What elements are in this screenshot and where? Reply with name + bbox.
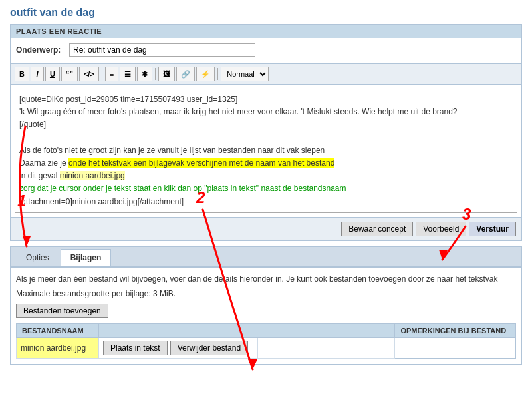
plaats-in-tekst-button[interactable]: Plaats in tekst	[103, 341, 168, 355]
content-line-6: Daarna zie je onde het tekstvak een bijl…	[19, 157, 513, 170]
editor-content[interactable]: [quote=DiKo post_id=29805 time=171550749…	[15, 89, 517, 213]
add-files-button[interactable]: Bestanden toevoegen	[16, 304, 108, 318]
reply-panel: PLAATS EEN REACTIE Onderwerp: B I U “” <…	[10, 24, 522, 241]
separator-3	[217, 68, 218, 80]
send-button[interactable]: Verstuur	[469, 222, 516, 236]
tab-opties[interactable]: Opties	[16, 249, 59, 266]
content-line-5: Als de foto's niet te groot zijn kan je …	[19, 144, 513, 157]
content-line-9: [attachment=0]minion aardbei.jpg[/attach…	[19, 196, 513, 208]
col-notes: OPMERKINGEN BIJ BESTAND	[395, 323, 516, 337]
link-button[interactable]: 🔗	[176, 67, 195, 81]
content-spacer	[19, 132, 513, 144]
content-line-1: [quote=DiKo post_id=29805 time=171550749…	[19, 93, 513, 106]
highlighted-text: onde het tekstvak een bijlagevak verschi…	[68, 158, 334, 168]
tab-bijlagen[interactable]: Bijlagen	[61, 249, 112, 266]
editor-footer: Bewaar concept Voorbeeld Verstuur	[11, 217, 521, 240]
panel-header: PLAATS EEN REACTIE	[11, 25, 521, 38]
content-line-8: zorg dat je cursor onder je tekst staat …	[19, 182, 513, 195]
highlighted-filename: minion aardbei.jpg	[60, 171, 125, 180]
file-actions-cell: Plaats in tekst Verwijder bestand	[98, 337, 257, 358]
subject-input[interactable]	[69, 43, 255, 57]
image-button[interactable]: 🖼	[158, 67, 175, 81]
save-concept-button[interactable]: Bewaar concept	[341, 222, 413, 236]
separator-1	[102, 68, 102, 80]
bullet-button[interactable]: ✱	[137, 67, 152, 81]
underline-button[interactable]: U	[45, 67, 60, 81]
bijlagen-body: Als je meer dan één bestand wil bijvoege…	[11, 268, 521, 364]
col-filename: BESTANDSNAAM	[17, 323, 99, 337]
bijlagen-info: Als je meer dan één bestand wil bijvoege…	[16, 273, 516, 285]
special-button[interactable]: ⚡	[196, 67, 215, 81]
subject-row: Onderwerp:	[16, 43, 516, 57]
preview-button[interactable]: Voorbeeld	[416, 222, 466, 236]
bijlagen-maxsize: Maximale bestandsgrootte per bijlage: 3 …	[16, 289, 516, 298]
col-actions	[98, 323, 394, 337]
italic-button[interactable]: I	[31, 67, 44, 81]
file-notes-cell	[257, 337, 395, 358]
tabs-row: Opties Bijlagen	[11, 247, 521, 268]
editor-area: [quote=DiKo post_id=29805 time=171550749…	[11, 85, 521, 217]
format-select[interactable]: Normaal Kop 1 Kop 2 Kop 3	[221, 67, 269, 81]
bold-button[interactable]: B	[15, 67, 29, 81]
file-notes-input[interactable]	[262, 343, 391, 353]
page-title: outfit van de dag	[10, 7, 522, 19]
list-ol-button[interactable]: ☰	[120, 67, 136, 81]
code-button[interactable]: </>	[79, 67, 99, 81]
files-table: BESTANDSNAAM OPMERKINGEN BIJ BESTAND min…	[16, 323, 516, 359]
subject-label: Onderwerp:	[16, 45, 69, 55]
file-actions: Plaats in tekst Verwijder bestand	[103, 341, 253, 355]
quote-button[interactable]: “”	[61, 67, 78, 81]
content-line-7: in dit geval minion aardbei.jpg	[19, 170, 513, 182]
verwijder-bestand-button[interactable]: Verwijder bestand	[170, 341, 248, 355]
file-row: minion aardbei.jpg Plaats in tekst Verwi…	[17, 337, 516, 358]
separator-2	[155, 68, 156, 80]
content-line-2: 'k Wil graag één of meer foto's plaatsen…	[19, 106, 513, 118]
content-line-3: [/quote]	[19, 118, 513, 131]
file-name-cell: minion aardbei.jpg	[17, 337, 99, 358]
list-ul-button[interactable]: ≡	[105, 67, 118, 81]
bijlagen-panel: Opties Bijlagen Als je meer dan één best…	[10, 246, 522, 365]
editor-toolbar: B I U “” </> ≡ ☰ ✱ 🖼 🔗 ⚡ Normaal Kop 1 K…	[11, 63, 521, 85]
